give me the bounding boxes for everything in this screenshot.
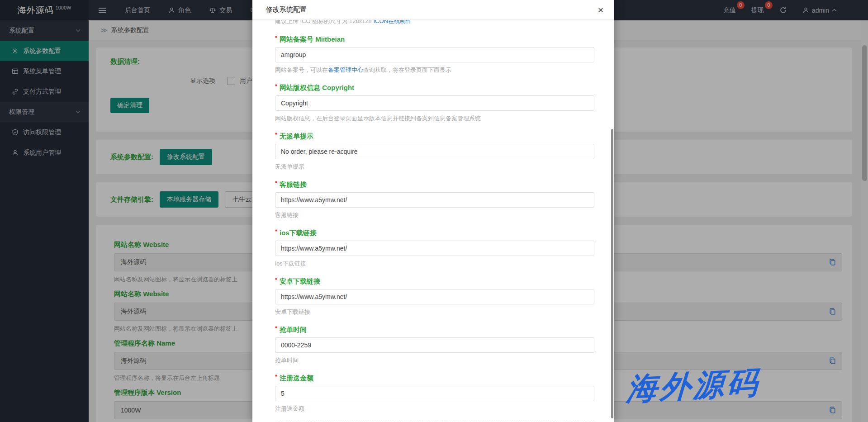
required-mark: * — [275, 83, 277, 90]
required-mark: * — [275, 180, 277, 186]
field-label: 网站备案号 Miitbeian — [280, 35, 345, 43]
grab-time-input[interactable] — [275, 337, 594, 353]
modal-scrollbar-thumb[interactable] — [611, 129, 613, 418]
hint-text: 查询获取，将在登录页面下面显示 — [363, 66, 451, 73]
favicon-hint-clipped: 建议上传 ICO 图标的尺寸为 128x128 ICON在线制作 — [275, 20, 594, 25]
android-link-input[interactable] — [275, 289, 594, 304]
field-hint: 客服链接 — [275, 211, 594, 219]
field-label: 网站版权信息 Copyright — [280, 84, 354, 91]
miitbeian-input[interactable] — [275, 47, 594, 62]
modal-field-no-order-tip: *无派单提示 无派单提示 — [275, 130, 594, 171]
modal-field-miitbeian: *网站备案号 Miitbeian 网站备案号，可以在备案管理中心查询获取，将在登… — [275, 33, 594, 74]
modal-field-ios-link: *ios下载链接 ios下载链接 — [275, 227, 594, 267]
modal-header: 修改系统配置 × — [252, 0, 614, 20]
field-label: 安卓下载链接 — [280, 277, 320, 285]
field-label: 抢单时间 — [280, 326, 307, 333]
register-bonus-input[interactable] — [275, 386, 594, 401]
modal-title: 修改系统配置 — [266, 5, 307, 14]
field-hint: 注册送金额 — [275, 405, 594, 413]
required-mark: * — [275, 131, 277, 138]
icon-maker-link[interactable]: ICON在线制作 — [373, 20, 412, 24]
field-hint: 安卓下载链接 — [275, 308, 594, 316]
field-label: 客服链接 — [280, 180, 307, 188]
required-mark: * — [275, 325, 277, 332]
required-mark: * — [275, 373, 277, 380]
hint-text: 建议上传 ICO 图标的尺寸为 128x128 — [275, 20, 373, 24]
field-hint: 无派单提示 — [275, 163, 594, 171]
field-hint: 网站版权信息，在后台登录页面显示版本信息并链接到备案到信息备案管理系统 — [275, 114, 594, 122]
no-order-tip-input[interactable] — [275, 144, 594, 159]
field-hint: 抢单时间 — [275, 356, 594, 364]
field-label: 无派单提示 — [280, 132, 313, 140]
field-hint: ios下载链接 — [275, 260, 594, 267]
modal-field-grab-time: *抢单时间 抢单时间 — [275, 324, 594, 364]
watermark-text: 海外源码 — [626, 362, 761, 410]
modal-footer: 保存配置 取消修改 — [275, 420, 594, 422]
required-mark: * — [275, 34, 277, 41]
copyright-input[interactable] — [275, 95, 594, 111]
modal-field-service-link: *客服链接 客服链接 — [275, 179, 594, 219]
field-label: 注册送金额 — [280, 374, 313, 382]
close-icon[interactable]: × — [598, 5, 603, 14]
field-label: ios下载链接 — [280, 229, 317, 237]
hint-text: 网站备案号，可以在 — [275, 66, 328, 73]
screen: 海外源码 1000W 后台首页 角色 交易 充值 0 — [0, 0, 868, 422]
ios-link-input[interactable] — [275, 241, 594, 256]
modify-config-modal: 修改系统配置 × 建议上传 ICO 图标的尺寸为 128x128 ICON在线制… — [252, 0, 614, 422]
modal-field-register-bonus: *注册送金额 注册送金额 — [275, 372, 594, 413]
modal-field-android-link: *安卓下载链接 安卓下载链接 — [275, 275, 594, 316]
service-link-input[interactable] — [275, 192, 594, 208]
modal-body: 建议上传 ICO 图标的尺寸为 128x128 ICON在线制作 *网站备案号 … — [252, 20, 614, 422]
modal-field-copyright: *网站版权信息 Copyright 网站版权信息，在后台登录页面显示版本信息并链… — [275, 82, 594, 122]
required-mark: * — [275, 228, 277, 235]
beian-center-link[interactable]: 备案管理中心 — [328, 66, 363, 73]
field-hint: 网站备案号，可以在备案管理中心查询获取，将在登录页面下面显示 — [275, 66, 594, 74]
required-mark: * — [275, 276, 277, 283]
